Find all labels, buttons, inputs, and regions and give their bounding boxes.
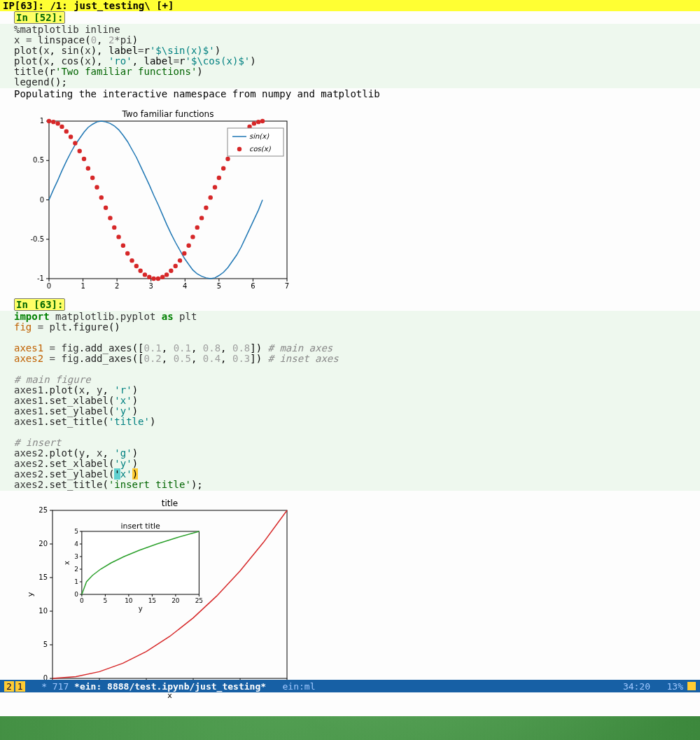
svg-point-48: [134, 264, 139, 268]
svg-text:0.5: 0.5: [33, 156, 44, 164]
svg-point-81: [237, 147, 241, 151]
svg-text:1: 1: [74, 578, 78, 585]
svg-point-43: [112, 225, 116, 230]
cell-output-1: Populating the interactive namespace fro…: [0, 88, 700, 100]
svg-point-57: [173, 264, 177, 268]
svg-text:x: x: [63, 561, 71, 565]
svg-point-54: [160, 275, 164, 279]
svg-point-58: [178, 258, 182, 263]
emacs-window: IP[63]: /1: just_testing\ [+] In [52]: %…: [0, 0, 700, 716]
svg-text:0: 0: [40, 196, 44, 204]
modeline-indicator-icon: [687, 682, 696, 690]
svg-point-69: [225, 157, 230, 161]
svg-text:20: 20: [172, 597, 180, 604]
chart-two-familiar-functions: 01234567-1-0.500.51Two familiar function…: [14, 107, 294, 289]
svg-point-53: [156, 277, 160, 281]
svg-text:10: 10: [125, 597, 133, 604]
svg-text:-0.5: -0.5: [30, 235, 44, 243]
modeline-badge-1: 2: [4, 681, 14, 692]
svg-text:y: y: [139, 605, 143, 613]
svg-point-61: [190, 235, 195, 239]
svg-text:7: 7: [285, 282, 289, 289]
svg-point-41: [104, 206, 108, 210]
svg-text:0: 0: [80, 597, 84, 604]
svg-point-30: [55, 121, 59, 125]
svg-point-63: [200, 216, 204, 220]
cell-prompt-1: In [52]:: [14, 11, 65, 24]
svg-point-34: [73, 141, 77, 145]
svg-point-59: [182, 251, 186, 256]
svg-point-60: [186, 244, 190, 248]
svg-text:5: 5: [74, 528, 78, 535]
svg-text:y: y: [26, 592, 35, 596]
plot-output-2: 0123450510152025titlexy0510152025012345i…: [0, 491, 700, 710]
svg-text:4: 4: [183, 282, 187, 289]
cell-prompt-2: In [63]:: [14, 298, 65, 311]
svg-text:sin(x): sin(x): [249, 132, 270, 140]
svg-point-77: [260, 119, 265, 123]
window-titlebar: IP[63]: /1: just_testing\ [+]: [0, 0, 700, 11]
svg-point-31: [59, 125, 64, 129]
svg-point-32: [64, 129, 69, 133]
svg-text:Two familiar functions: Two familiar functions: [122, 109, 214, 119]
svg-text:15: 15: [148, 597, 156, 604]
svg-text:5: 5: [104, 597, 108, 604]
svg-point-49: [138, 269, 142, 273]
svg-point-50: [143, 272, 147, 277]
svg-point-28: [47, 119, 51, 123]
svg-point-35: [78, 149, 82, 153]
svg-text:5: 5: [217, 282, 221, 289]
svg-point-66: [213, 185, 217, 189]
modeline-major-mode: ein:ml: [283, 681, 316, 692]
svg-point-51: [147, 275, 151, 279]
svg-text:20: 20: [38, 540, 48, 547]
svg-point-36: [82, 157, 86, 161]
svg-text:1: 1: [40, 117, 44, 125]
svg-rect-111: [82, 531, 200, 594]
svg-text:3: 3: [149, 282, 153, 289]
svg-text:4: 4: [74, 540, 78, 547]
svg-point-39: [94, 185, 99, 189]
svg-text:2: 2: [74, 566, 78, 573]
notebook-content[interactable]: In [52]: %matplotlib inline x = linspace…: [0, 11, 700, 716]
svg-text:3: 3: [74, 553, 78, 560]
svg-text:15: 15: [38, 573, 48, 581]
plot-output-1: 01234567-1-0.500.51Two familiar function…: [0, 100, 700, 298]
svg-point-52: [151, 277, 155, 281]
svg-text:cos(x): cos(x): [249, 145, 272, 153]
svg-text:-1: -1: [37, 274, 44, 282]
svg-text:1: 1: [80, 282, 85, 289]
svg-point-33: [69, 134, 73, 139]
cell-input-1[interactable]: %matplotlib inline x = linspace(0, 2*pi)…: [0, 24, 700, 88]
svg-point-65: [209, 195, 213, 200]
svg-point-64: [204, 206, 208, 210]
svg-point-40: [99, 195, 104, 200]
svg-text:10: 10: [38, 607, 48, 615]
svg-point-67: [217, 176, 221, 180]
svg-point-44: [116, 235, 120, 239]
svg-point-47: [130, 258, 134, 263]
svg-text:25: 25: [38, 506, 48, 514]
modeline-buffer-name: *ein: 8888/test.ipynb/just_testing*: [74, 681, 266, 692]
modeline-line: 717: [52, 681, 69, 692]
modeline-percent: 13%: [667, 681, 683, 692]
svg-point-55: [164, 272, 169, 277]
svg-text:2: 2: [115, 282, 119, 289]
svg-point-45: [121, 244, 125, 248]
emacs-modeline: 21 * 717 *ein: 8888/test.ipynb/just_test…: [0, 680, 700, 692]
modeline-modified-icon: *: [41, 681, 47, 692]
svg-point-29: [51, 120, 55, 124]
svg-text:25: 25: [195, 597, 203, 604]
cell-input-2[interactable]: import matplotlib.pyplot as plt fig = pl…: [0, 311, 700, 491]
svg-text:title: title: [162, 498, 178, 508]
svg-point-46: [125, 251, 130, 256]
svg-text:5: 5: [43, 641, 48, 648]
svg-point-62: [195, 225, 200, 230]
svg-point-75: [252, 121, 256, 125]
svg-point-56: [169, 269, 173, 273]
svg-point-37: [86, 166, 90, 170]
svg-text:6: 6: [251, 282, 255, 289]
svg-point-42: [108, 216, 112, 220]
svg-point-38: [90, 176, 94, 180]
svg-text:0: 0: [47, 282, 51, 289]
